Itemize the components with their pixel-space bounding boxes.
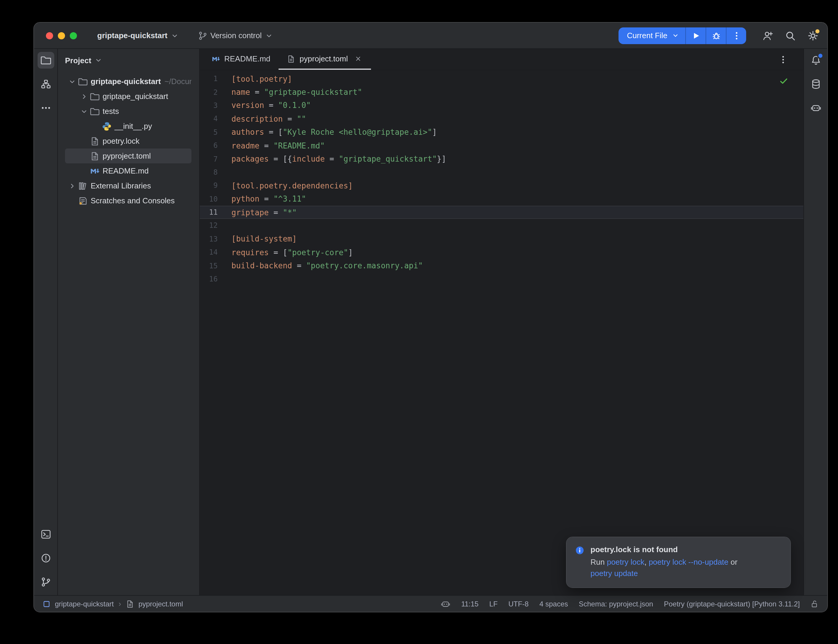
editor-tab-bar: README.mdpyproject.toml [200, 49, 803, 71]
close-window-button[interactable] [46, 32, 53, 39]
tree-item-External Libraries[interactable]: External Libraries [65, 178, 191, 193]
problems-button[interactable] [37, 550, 54, 567]
tree-item-label: griptape_quickstart [103, 92, 168, 101]
tab-pyproject.toml[interactable]: pyproject.toml [279, 49, 371, 70]
code-line-5[interactable]: 5authors = ["Kyle Roche <hello@griptape.… [200, 125, 803, 139]
tab-options-button[interactable] [776, 52, 790, 66]
title-bar: griptape-quickstart Version control Curr… [34, 23, 827, 49]
code-line-1[interactable]: 1[tool.poetry] [200, 72, 803, 85]
ai-assistant-icon[interactable] [441, 599, 450, 608]
tab-label: README.md [224, 54, 271, 63]
ai-icon [810, 103, 821, 113]
code-line-3[interactable]: 3version = "0.1.0" [200, 99, 803, 112]
chevron-right-icon [68, 182, 76, 190]
code-line-12[interactable]: 12 [200, 219, 803, 233]
database-button[interactable] [807, 76, 824, 92]
library-icon [78, 181, 88, 191]
search-everywhere-button[interactable] [782, 27, 799, 44]
chevron-down-icon [265, 31, 273, 39]
notifications-button[interactable] [807, 52, 824, 69]
status-item[interactable]: UTF-8 [508, 600, 529, 608]
notification-link[interactable]: poetry lock [607, 557, 644, 567]
status-item[interactable]: Poetry (griptape-quickstart) [Python 3.1… [664, 600, 800, 608]
run-button[interactable] [685, 27, 706, 44]
code-line-16[interactable]: 16 [200, 273, 803, 286]
folder-icon [90, 92, 100, 101]
code-editor[interactable]: 1[tool.poetry]2name = "griptape-quicksta… [200, 71, 803, 595]
tree-item-griptape-quickstart[interactable]: griptape-quickstart~/Docume [65, 74, 191, 89]
ai-assistant-button[interactable] [807, 100, 824, 116]
structure-button[interactable] [37, 76, 54, 92]
folder-icon [90, 107, 100, 116]
project-button[interactable] [37, 52, 54, 69]
tree-item-poetry.lock[interactable]: poetry.lock [65, 133, 191, 148]
right-toolbar [803, 49, 827, 595]
more-h-icon [40, 103, 51, 113]
debug-button[interactable] [706, 27, 726, 44]
tree-item-README.md[interactable]: README.md [65, 163, 191, 178]
project-panel-header[interactable]: Project [58, 49, 199, 72]
tree-item-__init__.py[interactable]: __init__.py [65, 119, 191, 133]
code-line-9[interactable]: 9[tool.poetry.dependencies] [200, 179, 803, 192]
minimize-window-button[interactable] [58, 32, 65, 39]
scratch-icon [78, 196, 88, 205]
status-item[interactable]: 4 spaces [539, 600, 568, 608]
code-text: version = "0.1.0" [226, 101, 311, 110]
tab-README.md[interactable]: README.md [204, 49, 279, 70]
notification-title: poetry.lock is not found [590, 545, 738, 554]
folder-icon [78, 77, 88, 86]
status-item[interactable]: LF [490, 600, 498, 608]
python-icon [102, 122, 112, 131]
info-icon [575, 545, 585, 555]
run-more-button[interactable] [726, 27, 746, 44]
line-number: 10 [200, 195, 226, 203]
version-control-button[interactable] [37, 573, 54, 590]
project-selector[interactable]: griptape-quickstart [92, 29, 184, 42]
breadcrumb-project[interactable]: griptape-quickstart [55, 600, 113, 608]
lock-open-icon[interactable] [810, 600, 819, 608]
status-item[interactable]: 11:15 [461, 600, 478, 608]
tree-item-Scratches and Consoles[interactable]: Scratches and Consoles [65, 193, 191, 208]
code-line-10[interactable]: 10python = "^3.11" [200, 192, 803, 206]
code-text: requires = ["poetry-core"] [226, 248, 353, 257]
code-text: packages = [{include = "griptape_quickst… [226, 154, 446, 163]
chevron-right-icon[interactable] [79, 92, 89, 100]
chevron-down-icon[interactable] [67, 77, 77, 85]
tree-item-tests[interactable]: tests [65, 104, 191, 119]
tree-item-griptape_quickstart[interactable]: griptape_quickstart [65, 89, 191, 104]
code-line-11[interactable]: 11griptape = "*" [200, 206, 803, 219]
problems-icon [40, 553, 51, 564]
code-line-4[interactable]: 4description = "" [200, 112, 803, 125]
code-text: griptape = "*" [226, 208, 297, 217]
notification-text: or [728, 557, 738, 567]
chevron-down-icon[interactable] [79, 107, 89, 115]
play-icon [691, 31, 700, 40]
code-line-8[interactable]: 8 [200, 166, 803, 179]
zoom-window-button[interactable] [70, 32, 77, 39]
breadcrumb-file[interactable]: pyproject.toml [138, 600, 183, 608]
more-tool-windows-button[interactable] [37, 100, 54, 116]
code-line-13[interactable]: 13[build-system] [200, 232, 803, 246]
bug-icon [711, 31, 721, 40]
chevron-right-icon[interactable] [67, 182, 77, 190]
code-text: [tool.poetry] [226, 74, 292, 83]
terminal-button[interactable] [37, 526, 54, 543]
settings-button[interactable] [805, 27, 821, 44]
notification-link[interactable]: poetry update [590, 569, 638, 578]
add-user-button[interactable] [759, 27, 776, 44]
vcs-widget[interactable]: Version control [193, 28, 278, 43]
line-number: 9 [200, 182, 226, 190]
run-config-selector[interactable]: Current File [618, 27, 685, 44]
inspection-ok-icon[interactable] [779, 76, 788, 85]
code-line-6[interactable]: 6readme = "README.md" [200, 139, 803, 152]
check-icon [779, 76, 789, 86]
close-tab-button[interactable] [353, 54, 363, 64]
status-item[interactable]: Schema: pyproject.json [579, 600, 653, 608]
code-line-2[interactable]: 2name = "griptape-quickstart" [200, 85, 803, 99]
breadcrumb-chevron-icon: › [118, 599, 121, 608]
code-line-7[interactable]: 7packages = [{include = "griptape_quicks… [200, 152, 803, 166]
notification-link[interactable]: poetry lock --no-update [649, 557, 728, 567]
tree-item-pyproject.toml[interactable]: pyproject.toml [65, 148, 191, 163]
code-line-14[interactable]: 14requires = ["poetry-core"] [200, 246, 803, 259]
code-line-15[interactable]: 15build-backend = "poetry.core.masonry.a… [200, 259, 803, 273]
